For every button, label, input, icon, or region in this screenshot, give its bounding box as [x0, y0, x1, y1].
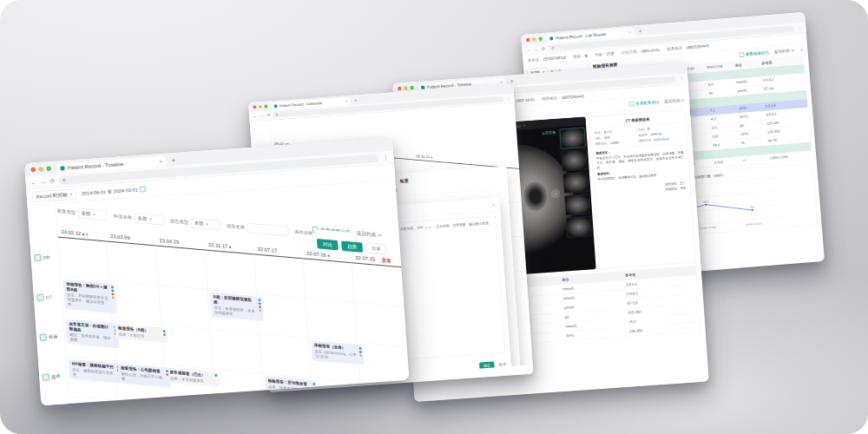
- series-thumbnail[interactable]: [564, 194, 590, 215]
- filter-select[interactable]: 报告类型 全部 ▾: [170, 216, 221, 230]
- timeline-date[interactable]: 22.11.17: [208, 242, 232, 249]
- minimize-window-icon[interactable]: [404, 86, 408, 90]
- new-tab-icon[interactable]: ＋: [509, 78, 514, 83]
- close-window-icon[interactable]: [526, 38, 530, 43]
- all-images-label[interactable]: 全部影像: [542, 130, 556, 136]
- timeline-lane-label[interactable]: DR: [34, 253, 49, 261]
- forward-icon[interactable]: →: [40, 178, 46, 185]
- timeline-event-card[interactable]: MR检查：腰椎核磁平扫 所见：腰椎轻度退行性改变。: [69, 358, 122, 383]
- maximize-window-icon[interactable]: [538, 36, 542, 41]
- back-icon[interactable]: ←: [253, 114, 257, 119]
- red-dot-icon: [431, 157, 432, 159]
- tab-close-icon[interactable]: ×: [159, 158, 162, 164]
- back-to-list-link[interactable]: 返回列表 ↩: [773, 48, 794, 55]
- menu-icon[interactable]: ⋮: [797, 25, 802, 30]
- timeline-lane-label[interactable]: 检验: [40, 333, 58, 341]
- tab-close-icon[interactable]: ×: [628, 30, 631, 35]
- refresh-icon[interactable]: ⟳: [266, 113, 270, 118]
- timeline-event-card[interactable]: 体检报告：胸部DR＋腹部B超 所见：肝胆胰脾双肾未见明显异常，建议定期复查。: [62, 279, 116, 313]
- timeline-date[interactable]: 22.07.17: [257, 247, 277, 253]
- timeline-event-card[interactable]: 检查报告（B超） 结果：大致正常。: [115, 324, 168, 344]
- close-window-icon[interactable]: [253, 105, 256, 108]
- 对比-button[interactable]: 对比: [317, 239, 339, 251]
- modality-icon: [37, 294, 44, 301]
- minimize-window-icon[interactable]: [259, 105, 262, 108]
- timeline-event-card[interactable]: 检查报告：心电图检查 窦性心律，大致正常心电图。: [117, 363, 171, 387]
- filter-select[interactable]: 检查类型 全部 ▾: [57, 207, 108, 220]
- maximize-window-icon[interactable]: [410, 86, 414, 90]
- forward-icon[interactable]: →: [260, 113, 264, 118]
- filter-value-box[interactable]: 全部 ▾: [77, 208, 108, 220]
- timeline-event-card[interactable]: 血常规五项：白细胞计数偏高 建议：复查血常规，随访观察。: [66, 319, 120, 349]
- menu-icon[interactable]: ⋮: [506, 95, 510, 101]
- back-to-list-link[interactable]: 返回列表 ↩: [356, 230, 382, 239]
- menu-icon[interactable]: ⋮: [679, 76, 684, 82]
- timeline-date[interactable]: 24.02.12: [61, 229, 88, 237]
- date-label: 22.11.17: [208, 242, 228, 249]
- new-tab-icon[interactable]: ＋: [353, 97, 358, 102]
- timeline-date[interactable]: 23.04.29: [159, 238, 179, 245]
- refresh-icon[interactable]: ⟳: [49, 177, 55, 184]
- back-icon[interactable]: ←: [30, 179, 36, 186]
- series-thumbnail[interactable]: [562, 172, 589, 194]
- data-point[interactable]: [705, 204, 707, 206]
- dialog-close-icon[interactable]: ×: [492, 202, 495, 207]
- menu-icon[interactable]: ⋮: [383, 154, 389, 161]
- record-view-select[interactable]: Record 时间轴▾: [31, 188, 76, 202]
- 趋势-button[interactable]: 趋势: [341, 240, 363, 253]
- timeline-event-card[interactable]: B超：肝胆胰脾双肾彩超 所见：轻度脂肪肝，余未见明显异常。: [210, 293, 264, 322]
- confirm-button[interactable]: 确定: [479, 361, 495, 369]
- minimize-window-icon[interactable]: [532, 37, 536, 42]
- close-window-icon[interactable]: [398, 87, 402, 91]
- timeline-date[interactable]: 23.03.09: [110, 233, 130, 240]
- event-body: 所见：肝胆胰脾双肾未见明显异常，建议定期复查。: [67, 293, 110, 311]
- compare-link[interactable]: 查看检验对比: [740, 50, 770, 58]
- timeline-date[interactable]: 22.11.21: [416, 154, 432, 159]
- close-window-icon[interactable]: [30, 168, 36, 173]
- favicon: [274, 104, 278, 108]
- filter-input[interactable]: [247, 223, 288, 236]
- filter-value-box[interactable]: 全部 ▾: [190, 218, 220, 230]
- new-tab-icon[interactable]: ＋: [170, 156, 177, 163]
- 分享-button[interactable]: 分享: [365, 243, 386, 255]
- event-tags: [214, 374, 217, 377]
- tab-close-icon[interactable]: ×: [500, 80, 503, 85]
- series-thumbnail[interactable]: [560, 128, 586, 149]
- cancel-button[interactable]: 取消: [498, 362, 506, 367]
- timeline-event-card[interactable]: 体检报告（全身） 血压 126/82mmHg，心率 72 次/分。: [311, 340, 365, 365]
- data-point[interactable]: [752, 209, 753, 211]
- filter-value: 全部: [81, 210, 90, 217]
- timeline-event-card[interactable]: 检验报告：肝功能全套 结果：转氨酶轻度升高。: [265, 376, 318, 396]
- thumbnail-strip: [560, 128, 595, 268]
- minimize-window-icon[interactable]: [38, 167, 43, 172]
- timeline-lane-label[interactable]: CT: [37, 293, 52, 301]
- maximize-window-icon[interactable]: [46, 166, 51, 171]
- compare-link[interactable]: 患者检查对比: [629, 100, 660, 107]
- refresh-icon[interactable]: ⟳: [542, 46, 546, 51]
- window-timeline: Patient Record - Timeline × ＋ ← → ⟳ ⋮ Re…: [24, 137, 409, 405]
- filter-value-box[interactable]: 全部 ▾: [134, 214, 164, 226]
- back-icon[interactable]: ←: [526, 47, 531, 52]
- modality-icon: [34, 254, 41, 261]
- filter-select[interactable]: 报告名称: [227, 221, 289, 236]
- timeline-date[interactable]: 22.07.16: [306, 251, 330, 258]
- red-dot-icon: [229, 246, 232, 248]
- close-drawer-icon[interactable]: ×: [800, 47, 804, 53]
- timeline-event-card[interactable]: 尿常规检查（已出） 结果：未见明显异常。: [167, 367, 220, 387]
- timeline-date[interactable]: 22.07.15: [355, 255, 375, 262]
- series-thumbnail[interactable]: [566, 216, 592, 238]
- tab-close-icon[interactable]: ×: [345, 99, 348, 103]
- back-to-list-link[interactable]: 返回列表 ↩: [664, 98, 685, 105]
- timeline-area: DR CT 检验 超声 检查类型 全部 ▾ 科室名称 全部 ▾ 报告类型 全部 …: [27, 180, 409, 405]
- filter-select[interactable]: 科室名称 全部 ▾: [114, 212, 165, 226]
- new-tab-icon[interactable]: ＋: [637, 28, 642, 33]
- viewer-tool-icon[interactable]: ◰: [517, 123, 521, 128]
- maximize-window-icon[interactable]: [264, 104, 267, 108]
- lock-icon: [551, 47, 554, 49]
- forward-icon[interactable]: →: [534, 46, 539, 51]
- timeline-grid: 检查类型 全部 ▾ 科室名称 全部 ▾ 报告类型 全部 ▾ 报告名称 条件名称: [55, 204, 409, 406]
- timeline-lane-label[interactable]: 超声: [43, 373, 61, 381]
- series-thumbnail[interactable]: [561, 149, 587, 171]
- date-range[interactable]: 2014-06-01 至 2024-03-01: [82, 186, 146, 197]
- viewer-tool-icon[interactable]: ⌖: [523, 123, 526, 128]
